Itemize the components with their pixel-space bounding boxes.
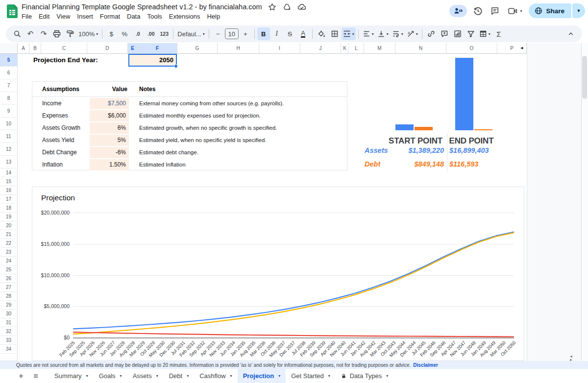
row-header-23[interactable]: 23 xyxy=(0,248,18,257)
paint-format-button[interactable] xyxy=(64,27,76,40)
increase-decimals-button[interactable]: .00 xyxy=(145,27,157,40)
add-sheet-button[interactable]: + xyxy=(14,369,28,383)
print-button[interactable] xyxy=(50,27,63,40)
document-title[interactable]: Financial Planning Template Google Sprea… xyxy=(22,3,262,11)
text-wrap-button[interactable]: ▾ xyxy=(391,27,405,40)
vertical-scrollbar-thumb[interactable] xyxy=(582,56,587,99)
row-header-31[interactable]: 31 xyxy=(0,318,18,327)
row-header-12[interactable]: 12 xyxy=(0,143,18,156)
decrease-decimals-button[interactable]: .0 xyxy=(131,27,144,40)
row-header-17[interactable]: 17 xyxy=(0,195,18,204)
row-header-14[interactable]: 14 xyxy=(0,168,18,177)
row-header-13[interactable]: 13 xyxy=(0,156,18,168)
menu-data[interactable]: Data xyxy=(123,12,144,21)
row-header-29[interactable]: 29 xyxy=(0,301,18,310)
bold-button[interactable]: B xyxy=(257,27,270,40)
tab-debt[interactable]: Debt▾ xyxy=(164,369,194,383)
row-header-26[interactable]: 26 xyxy=(0,274,18,283)
row-header-21[interactable]: 21 xyxy=(0,230,18,239)
column-header-I[interactable]: I xyxy=(259,43,300,54)
menu-file[interactable]: File xyxy=(18,12,35,21)
column-header-D[interactable]: D xyxy=(87,43,128,54)
tab-goals[interactable]: Goals▾ xyxy=(94,369,127,383)
menu-edit[interactable]: Edit xyxy=(35,12,53,21)
assumption-value-cell[interactable]: $7,500 xyxy=(90,98,129,109)
column-header-N[interactable]: N xyxy=(395,43,446,54)
column-header-M[interactable]: M xyxy=(364,43,395,54)
share-options-button[interactable]: ▼ xyxy=(572,3,585,18)
tab-data-types[interactable]: Data Types▾ xyxy=(336,369,394,383)
assumption-value-cell[interactable]: -6% xyxy=(90,147,129,158)
comments-button[interactable] xyxy=(489,4,501,17)
version-history-button[interactable] xyxy=(471,4,484,17)
table-button[interactable]: ▾ xyxy=(478,27,492,40)
row-header-33[interactable]: 33 xyxy=(0,336,18,345)
row-header-22[interactable]: 22 xyxy=(0,239,18,248)
meet-call-button[interactable]: ▾ xyxy=(506,4,524,17)
menu-insert[interactable]: Insert xyxy=(74,12,97,21)
menu-tools[interactable]: Tools xyxy=(144,12,165,21)
horizontal-scroll-arrows[interactable]: ◄ ► xyxy=(569,355,588,361)
collapse-toolbar-button[interactable] xyxy=(564,27,577,40)
column-header-L[interactable]: L xyxy=(349,43,364,54)
menu-help[interactable]: Help xyxy=(203,12,223,21)
row-header-34[interactable]: 34 xyxy=(0,345,18,354)
assumption-value-cell[interactable]: 6% xyxy=(90,122,129,134)
assumption-value-cell[interactable]: $6,000 xyxy=(90,110,129,121)
row-header-11[interactable]: 11 xyxy=(0,130,18,143)
disclaimer-link[interactable]: Disclaimer xyxy=(413,362,438,368)
strikethrough-button[interactable]: S xyxy=(284,27,296,40)
column-header-J[interactable]: J xyxy=(300,43,341,54)
spreadsheet-grid[interactable]: ABCDEFGHIJKLMNOP◀ 5678910111213141516171… xyxy=(0,43,588,361)
column-header-E[interactable]: E xyxy=(128,43,138,54)
column-header-K[interactable]: K xyxy=(341,43,349,54)
row-header-10[interactable]: 10 xyxy=(0,118,18,130)
text-rotation-button[interactable]: A▾ xyxy=(405,27,419,40)
zoom-select-button[interactable]: 100%▾ xyxy=(77,27,99,40)
tab-projection[interactable]: Projection▾ xyxy=(238,369,286,383)
row-header-16[interactable]: 16 xyxy=(0,186,18,195)
decrease-font-size-button[interactable]: − xyxy=(212,27,224,40)
search-button[interactable] xyxy=(11,27,24,40)
row-header-27[interactable]: 27 xyxy=(0,283,18,292)
row-header-24[interactable]: 24 xyxy=(0,257,18,265)
horizontal-align-button[interactable]: ▾ xyxy=(361,27,375,40)
collaborators-button[interactable] xyxy=(449,5,467,17)
row-header-28[interactable]: 28 xyxy=(0,292,18,301)
create-filter-button[interactable] xyxy=(465,27,477,40)
all-sheets-button[interactable]: ≡ xyxy=(28,369,43,383)
row-header-30[interactable]: 30 xyxy=(0,310,18,318)
row-header-5[interactable]: 5 xyxy=(0,54,18,67)
column-header-G[interactable]: G xyxy=(177,43,218,54)
row-header-7[interactable]: 7 xyxy=(0,79,18,92)
projection-end-year-label-cell[interactable]: Projection End Year: xyxy=(33,54,98,67)
row-header-15[interactable]: 15 xyxy=(0,177,18,186)
column-header-O[interactable]: O xyxy=(446,43,497,54)
insert-chart-button[interactable] xyxy=(451,27,464,40)
star-icon[interactable] xyxy=(268,2,277,11)
redo-button[interactable]: ↷ xyxy=(37,27,50,40)
fill-color-button[interactable] xyxy=(315,27,328,40)
row-header-6[interactable]: 6 xyxy=(0,67,18,79)
more-formats-button[interactable]: 123 xyxy=(158,27,171,40)
menu-format[interactable]: Format xyxy=(97,12,123,21)
borders-button[interactable] xyxy=(328,27,341,40)
insert-link-button[interactable] xyxy=(425,27,438,40)
row-header-8[interactable]: 8 xyxy=(0,92,18,105)
column-header-B[interactable]: B xyxy=(29,43,41,54)
assumption-value-cell[interactable]: 1.50% xyxy=(90,159,129,170)
column-header-C[interactable]: C xyxy=(41,43,87,54)
row-header-19[interactable]: 19 xyxy=(0,213,18,221)
functions-button[interactable]: Σ xyxy=(492,27,505,40)
fill-handle[interactable] xyxy=(174,64,178,68)
tab-cashflow[interactable]: Cashflow▾ xyxy=(194,369,237,383)
projection-chart[interactable]: Projection $20,000,000$15,000,000$10,000… xyxy=(32,187,524,361)
menu-view[interactable]: View xyxy=(53,12,74,21)
row-header-32[interactable]: 32 xyxy=(0,327,18,336)
merge-cells-button[interactable]: ▾ xyxy=(342,27,356,40)
row-header-9[interactable]: 9 xyxy=(0,105,18,118)
row-header-partial[interactable] xyxy=(0,354,18,361)
format-percent-button[interactable]: % xyxy=(118,27,131,40)
selected-cell-projection-end-year[interactable]: 2050 xyxy=(128,54,177,67)
italic-button[interactable]: I xyxy=(270,27,283,40)
